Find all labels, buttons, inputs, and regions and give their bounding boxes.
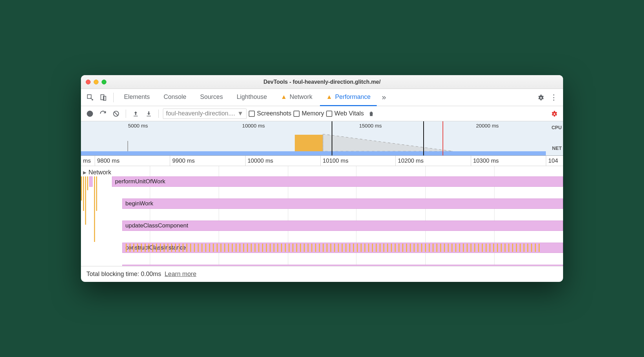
tab-sources[interactable]: Sources: [194, 89, 229, 106]
cpu-label: CPU: [551, 125, 562, 130]
settings-gear-icon[interactable]: [535, 92, 547, 103]
more-tabs-icon[interactable]: »: [378, 92, 390, 103]
disclosure-triangle-icon[interactable]: ▶: [83, 170, 86, 175]
capture-settings-gear-icon[interactable]: [549, 108, 560, 119]
trash-button[interactable]: [366, 108, 377, 119]
ruler-tick: ms: [83, 157, 91, 164]
tab-label: Elements: [124, 93, 150, 101]
selection-marker[interactable]: [423, 121, 424, 155]
traffic-lights: [86, 80, 106, 84]
frame-bar[interactable]: updateClassComponent: [122, 221, 563, 231]
tab-elements[interactable]: Elements: [118, 89, 156, 106]
warning-icon: ▲: [326, 93, 332, 101]
ruler-tick: 9800 ms: [97, 157, 120, 164]
ruler-tick: 9900 ms: [172, 157, 195, 164]
learn-more-link[interactable]: Learn more: [165, 271, 196, 278]
selection-marker[interactable]: [332, 121, 332, 155]
network-track[interactable]: ▶ Network: [81, 169, 563, 176]
frame-label: beginWork: [125, 200, 153, 207]
ov-tick: 15000 ms: [359, 123, 382, 129]
profile-dropdown[interactable]: foul-heavenly-direction.... ▼: [163, 109, 247, 119]
frame-bar[interactable]: performUnitOfWork: [112, 176, 563, 187]
cpu-activity: [81, 134, 546, 151]
ruler-tick: 104: [548, 157, 558, 164]
footer-status: Total blocking time: 0.00ms Learn more: [81, 266, 563, 282]
net-label: NET: [552, 145, 562, 151]
ruler-tick: 10300 ms: [473, 157, 499, 164]
chevron-down-icon: ▼: [237, 110, 243, 117]
tbt-text: Total blocking time: 0.00ms: [86, 271, 161, 278]
ruler-tick: 10200 ms: [398, 157, 424, 164]
tab-console[interactable]: Console: [157, 89, 193, 106]
memory-checkbox[interactable]: Memory: [293, 110, 324, 117]
ov-tick: 20000 ms: [476, 123, 499, 129]
marker-red: [443, 121, 443, 155]
tab-performance[interactable]: ▲Performance: [320, 89, 377, 106]
screenshots-checkbox[interactable]: Screenshots: [249, 110, 291, 117]
record-button[interactable]: [84, 108, 95, 119]
tab-lighthouse[interactable]: Lighthouse: [230, 89, 273, 106]
reload-button[interactable]: [97, 108, 108, 119]
tab-label: Network: [290, 93, 312, 101]
divider: [113, 93, 114, 102]
tab-label: Lighthouse: [237, 93, 267, 101]
time-ruler[interactable]: ms 9800 ms 9900 ms 10000 ms 10100 ms 102…: [81, 156, 563, 166]
frame-bar[interactable]: App: [122, 265, 563, 266]
check-label: Web Vitals: [334, 110, 364, 117]
tab-label: Sources: [200, 93, 223, 101]
check-label: Memory: [302, 110, 324, 117]
clear-button[interactable]: [111, 108, 122, 119]
close-icon[interactable]: [86, 80, 91, 84]
tab-network[interactable]: ▲Network: [274, 89, 319, 106]
net-strip: [81, 151, 546, 155]
frame-label: performUnitOfWork: [115, 178, 165, 185]
perf-toolbar: foul-heavenly-direction.... ▼ Screenshot…: [81, 106, 563, 121]
maximize-icon[interactable]: [102, 80, 106, 84]
window-title: DevTools - foul-heavenly-direction.glitc…: [81, 79, 563, 85]
frame-label: updateClassComponent: [125, 222, 188, 229]
warning-icon: ▲: [281, 93, 287, 101]
tabs-bar: Elements Console Sources Lighthouse ▲Net…: [81, 89, 563, 106]
frame-bar[interactable]: beginWork: [122, 198, 563, 209]
tab-label: Performance: [335, 93, 371, 101]
flame-chart[interactable]: ▶ Network performUnitOfWork beginWork up…: [81, 166, 563, 266]
ov-tick: 5000 ms: [128, 123, 148, 129]
ov-tick: 10000 ms: [242, 123, 265, 129]
devtools-window: DevTools - foul-heavenly-direction.glitc…: [81, 75, 563, 282]
select-element-icon[interactable]: [84, 92, 96, 103]
check-label: Screenshots: [257, 110, 291, 117]
titlebar: DevTools - foul-heavenly-direction.glitc…: [81, 75, 563, 89]
device-toggle-icon[interactable]: [97, 92, 109, 103]
webvitals-checkbox[interactable]: Web Vitals: [326, 110, 364, 117]
micro-tasks: [126, 243, 563, 253]
tab-label: Console: [164, 93, 186, 101]
overview-timeline[interactable]: 5000 ms 10000 ms 15000 ms 20000 ms CPU N…: [81, 121, 563, 156]
ruler-tick: 10100 ms: [323, 157, 349, 164]
download-button[interactable]: [143, 108, 154, 119]
kebab-menu-icon[interactable]: ⋮: [548, 92, 560, 103]
dropdown-label: foul-heavenly-direction....: [166, 110, 235, 117]
minimize-icon[interactable]: [94, 80, 98, 84]
network-label: Network: [89, 169, 111, 176]
upload-button[interactable]: [130, 108, 141, 119]
ruler-tick: 10000 ms: [248, 157, 273, 164]
